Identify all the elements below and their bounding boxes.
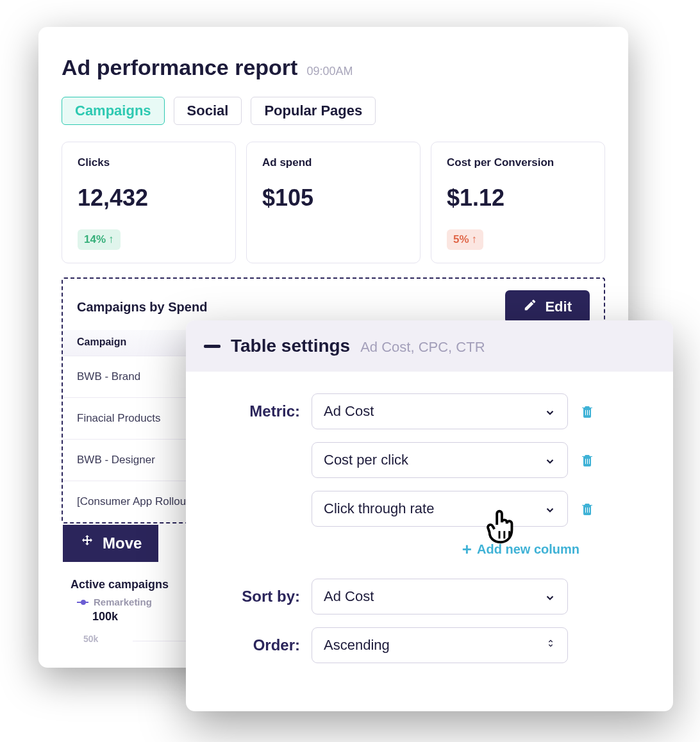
order-select[interactable]: Ascending [312, 627, 568, 663]
tabs: Campaigns Social Popular Pages [62, 97, 605, 125]
metric-row-2: Cost per click [204, 442, 655, 478]
add-column-link[interactable]: + Add new column [462, 540, 579, 559]
arrow-up-icon [108, 233, 114, 246]
kpi-clicks: Clicks 12,432 14% [62, 142, 236, 263]
kpi-value: $1.12 [447, 185, 589, 211]
report-time: 09:00AM [306, 65, 353, 78]
gridline [133, 641, 192, 641]
metric-label: Metric: [204, 402, 300, 420]
drag-handle-icon[interactable] [204, 345, 221, 348]
settings-body: Metric: Ad Cost Cost per click Click thr… [186, 372, 673, 682]
legend: Remarketing [77, 597, 192, 607]
settings-header: Table settings Ad Cost, CPC, CTR [186, 320, 673, 372]
add-column-row: + Add new column [204, 540, 579, 559]
delta-value: 14% [84, 233, 106, 246]
kpi-label: Clicks [78, 156, 220, 169]
kpi-label: Ad spend [262, 156, 404, 169]
select-value: Ad Cost [324, 588, 374, 605]
add-column-label: Add new column [477, 542, 579, 557]
kpi-value: 12,432 [78, 185, 220, 211]
settings-subtitle: Ad Cost, CPC, CTR [360, 339, 485, 356]
plus-icon: + [462, 540, 472, 559]
metric-select-3[interactable]: Click through rate [312, 491, 568, 527]
trash-icon[interactable] [579, 452, 595, 468]
sort-row: Sort by: Ad Cost [204, 579, 655, 614]
table-title: Campaigns by Spend [77, 300, 207, 315]
pencil-icon [523, 298, 537, 316]
kpi-ad-spend: Ad spend $105 [246, 142, 421, 263]
select-value: Cost per click [324, 452, 408, 468]
page-title: Ad performance report [62, 55, 297, 80]
order-label: Order: [204, 636, 300, 654]
select-value: Ad Cost [324, 403, 374, 420]
title-row: Ad performance report 09:00AM [62, 55, 605, 80]
tab-social[interactable]: Social [174, 97, 242, 125]
tab-popular-pages[interactable]: Popular Pages [251, 97, 376, 125]
sort-updown-icon [546, 637, 556, 654]
metric-row-1: Metric: Ad Cost [204, 393, 655, 429]
tab-campaigns[interactable]: Campaigns [62, 97, 165, 125]
trash-icon[interactable] [579, 500, 595, 517]
select-value: Click through rate [324, 500, 434, 517]
kpi-delta-up: 14% [78, 229, 121, 250]
chevron-down-icon [544, 454, 556, 466]
chart-title: Active campaigns [71, 578, 192, 591]
chevron-down-icon [544, 591, 556, 602]
settings-title: Table settings [231, 336, 350, 356]
kpi-cost-per-conversion: Cost per Conversion $1.12 5% [431, 142, 605, 263]
delta-value: 5% [453, 233, 469, 246]
sort-select[interactable]: Ad Cost [312, 579, 568, 614]
order-row: Order: Ascending [204, 627, 655, 663]
legend-marker-icon [77, 602, 88, 603]
legend-label: Remarketing [94, 597, 152, 607]
chevron-down-icon [544, 503, 556, 515]
trash-icon[interactable] [579, 403, 595, 420]
y-tick: 50k [83, 634, 98, 644]
active-campaigns-chart: Active campaigns Remarketing 100k 50k [71, 531, 192, 644]
sort-label: Sort by: [204, 588, 300, 606]
metric-select-1[interactable]: Ad Cost [312, 393, 568, 429]
metric-select-2[interactable]: Cost per click [312, 442, 568, 478]
kpi-label: Cost per Conversion [447, 156, 589, 169]
chevron-down-icon [544, 406, 556, 417]
edit-button[interactable]: Edit [505, 290, 590, 324]
select-value: Ascending [324, 637, 390, 654]
arrow-up-icon [472, 233, 478, 246]
chart-value: 100k [92, 610, 192, 623]
kpi-value: $105 [262, 185, 404, 211]
table-settings-panel: Table settings Ad Cost, CPC, CTR Metric:… [186, 320, 673, 711]
edit-label: Edit [545, 299, 572, 315]
metric-row-3: Click through rate [204, 491, 655, 527]
kpi-delta-down: 5% [447, 229, 483, 250]
kpi-row: Clicks 12,432 14% Ad spend $105 Cost per… [62, 142, 605, 263]
